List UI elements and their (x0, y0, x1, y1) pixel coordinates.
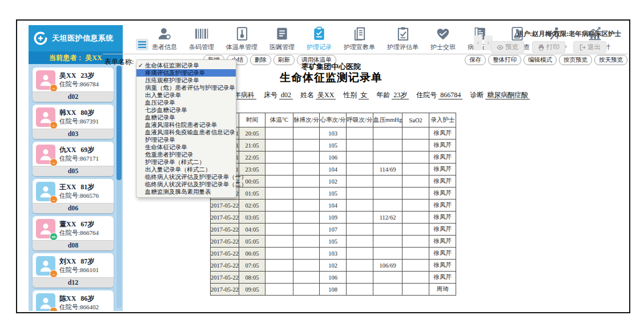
form-view-button[interactable]: 保存 (465, 55, 486, 65)
table-cell (293, 200, 320, 212)
patient-card[interactable]: –陈XX86岁住院号:866402d15 (33, 290, 114, 311)
toolbar-item-label: 护理宣教单 (344, 43, 375, 51)
toolbar-item-education-sheet[interactable]: 护理宣教单 (344, 26, 375, 51)
table-cell (347, 236, 373, 248)
table-cell (265, 176, 293, 188)
form-menu-item[interactable]: 临终病人状况评估及护理记录单（二） (136, 181, 236, 188)
table-cell: 114/69 (373, 164, 402, 176)
table-cell: 02:05 (239, 200, 265, 212)
table-cell (265, 236, 293, 248)
patient-card[interactable]: –吴XX23岁住院号:866784d02 (33, 67, 114, 102)
patient-name: 董XX (59, 220, 76, 228)
form-menu-item[interactable]: 血液风湿科住院患者记录单 (136, 121, 236, 129)
form-menu-item[interactable]: 出入量记录单 (136, 91, 236, 99)
table-cell: 2017-05-22 (211, 212, 239, 224)
patient-list-scrollbar[interactable] (116, 66, 122, 308)
form-menu-item[interactable]: 危重患者护理记录 (136, 151, 236, 158)
table-cell: 21:05 (239, 139, 265, 151)
table-column-header: 脉搏次/分 (293, 113, 320, 127)
toolbar-item-shift-handover[interactable]: 护士交班 (430, 26, 456, 51)
table-cell: 105 (320, 236, 347, 248)
form-menu-item[interactable]: 七步血糖记录单 (136, 106, 236, 114)
toolbar-divider (103, 54, 628, 54)
logout-button[interactable]: 退出 (573, 41, 606, 53)
patient-admission-number: 住院号:866784 (59, 80, 99, 89)
form-name-select-menu: ✓生命体征监测记录单疼痛评估及护理记录单压疮观察护理记录单病重（危）患者评估与护… (136, 59, 236, 198)
patient-bed-number: d12 (33, 277, 114, 288)
patient-name: 仇XX (59, 146, 76, 154)
form-view-button[interactable]: 按页预览 (559, 55, 592, 65)
patient-avatar: – (36, 70, 55, 90)
table-cell (347, 151, 373, 164)
form-menu-item[interactable]: 护理记录单（样式二） (136, 158, 236, 166)
table-cell (265, 151, 293, 164)
table-row: 2017-05-2201:05105徐凤芹 (211, 188, 456, 200)
toolbar-item-orders-document[interactable]: 医嘱管理 (269, 26, 295, 51)
table-cell (402, 139, 429, 151)
form-menu-item[interactable]: 护理记录单 (136, 136, 236, 143)
collapse-sidebar-button[interactable] (136, 39, 148, 50)
toolbar-item-thermometer-sheet[interactable]: 体温单管理 (226, 26, 257, 51)
prev-page-button[interactable]: ‹ (474, 35, 482, 50)
table-cell (265, 127, 293, 139)
toolbar-item-barcode[interactable]: 条码管理 (189, 26, 214, 51)
table-cell (265, 284, 293, 296)
toolbar-item-patient-info[interactable]: 患者信息 (152, 26, 177, 51)
table-cell: 徐凤芹 (429, 248, 456, 260)
table-cell: 08:05 (239, 272, 265, 284)
patient-avatar: – (36, 145, 55, 164)
patient-field: 性别 女 (343, 90, 369, 100)
patient-age: 86岁 (80, 294, 94, 302)
table-cell (347, 248, 373, 260)
form-view-button[interactable]: 编辑模式 (524, 55, 557, 65)
patient-bed-number: d05 (33, 166, 114, 176)
form-menu-item[interactable]: 临终病人状况评估及护理记录单（一） (136, 173, 236, 181)
patient-field-label: 床号 (264, 91, 277, 99)
table-cell: 01:05 (239, 188, 265, 200)
patient-card[interactable]: –刘XX87岁住院号:866101d12 (33, 253, 114, 288)
table-cell: 103 (320, 127, 347, 139)
form-menu-item[interactable]: 疼痛评估及护理记录单 (136, 69, 236, 77)
form-view-button[interactable]: 按天预览 (594, 55, 627, 65)
form-menu-item[interactable]: 血糖监测及胰岛素用量表 (136, 188, 236, 196)
education-sheet-icon (352, 26, 367, 41)
form-menu-item[interactable]: 血液风湿科免疫输血患者信息记录 (136, 129, 236, 136)
patient-card[interactable]: –仇XX69岁住院号:867171d05 (33, 142, 114, 176)
patient-list: –吴XX23岁住院号:866784d02–韩XX80岁住院号:867391d03… (29, 64, 123, 311)
form-menu-item[interactable]: 出入量记录单（样式二） (136, 166, 236, 173)
table-column-header: 血压mmHg (373, 113, 402, 127)
form-title: 生命体征监测记录单 (210, 70, 452, 85)
patient-status-badge: – (50, 121, 58, 129)
form-view-button[interactable]: 整体打印 (488, 55, 521, 65)
toolbar-item-nursing-record[interactable]: 护理记录 (307, 26, 332, 51)
preview-button[interactable]: 预览 (491, 41, 524, 53)
table-cell (265, 164, 293, 176)
patient-card[interactable]: –王XX81岁住院号:866576d06 (33, 179, 114, 213)
app-title: 天坦医护信息系统 (52, 33, 114, 43)
patient-field-value: 糖尿病酮症酸 (485, 91, 530, 99)
form-menu-item[interactable]: 血糖记录单 (136, 114, 236, 121)
form-menu-item[interactable]: ✓生命体征监测记录单 (136, 62, 236, 69)
table-row: 2017-05-2202:05104徐凤芹 (211, 200, 456, 212)
form-menu-item[interactable]: 生命体征记录单 (136, 143, 236, 151)
shift-handover-icon (436, 26, 450, 41)
table-cell: 2017-05-22 (211, 200, 239, 212)
form-menu-item[interactable]: 血压记录单 (136, 99, 236, 106)
toolbar-item-label: 患者信息 (152, 43, 177, 51)
table-cell (347, 224, 373, 236)
form-menu-item[interactable]: 压疮观察护理记录单 (136, 77, 236, 84)
table-row: 2017-05-2205:05105徐凤芹 (211, 236, 456, 248)
toolbar-item-label: 医嘱管理 (269, 43, 295, 51)
patient-card[interactable]: –韩XX80岁住院号:867391d03 (33, 105, 114, 139)
patient-field-label: 姓名 (300, 91, 314, 99)
table-cell (402, 151, 429, 164)
toolbar-item-assessment-sheet[interactable]: 护理评估单 (387, 26, 418, 51)
table-cell (293, 164, 320, 176)
table-cell (373, 224, 402, 236)
patient-card[interactable]: =董XX67岁住院号:866764d08 (33, 216, 114, 250)
table-cell: 徐凤芹 (429, 188, 456, 200)
print-button[interactable]: 打印 (532, 41, 565, 53)
patient-admission-number: 住院号:866402 (59, 303, 99, 311)
form-menu-item[interactable]: 病重（危）患者评估与护理记录单 (136, 84, 236, 91)
table-cell (402, 188, 429, 200)
